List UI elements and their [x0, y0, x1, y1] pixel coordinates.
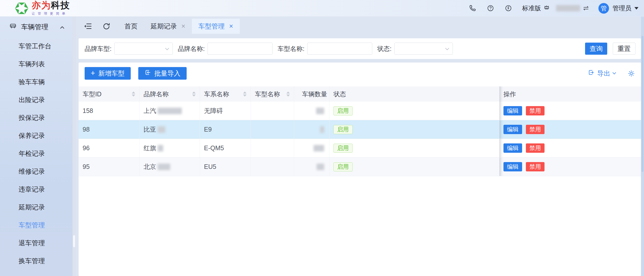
- edit-button[interactable]: 编辑: [503, 162, 522, 171]
- vehicle-count-masked: [317, 164, 324, 170]
- chevron-up-icon: [59, 24, 65, 32]
- page-scrollbar-thumb[interactable]: [641, 36, 643, 172]
- cell-model-name: [251, 102, 294, 120]
- cell-vehicle-count: [294, 139, 329, 157]
- brand-name-masked: [158, 145, 163, 151]
- filter-field-label: 品牌名称:: [178, 45, 205, 53]
- vehicle-count-masked: [316, 108, 324, 114]
- sort-ascending-icon[interactable]: [132, 91, 135, 94]
- tab-close-icon[interactable]: ×: [181, 23, 185, 30]
- tab[interactable]: 首页: [118, 19, 144, 34]
- sort-descending-icon[interactable]: [132, 95, 135, 97]
- sort-carets-icon[interactable]: [284, 91, 290, 97]
- sort-descending-icon[interactable]: [286, 95, 290, 97]
- crown-icon: [543, 4, 550, 12]
- cell-model-name: [251, 158, 294, 176]
- customer-service-icon[interactable]: [505, 5, 512, 12]
- sort-carets-icon[interactable]: [241, 91, 247, 97]
- reset-button[interactable]: 重置: [613, 43, 635, 55]
- sidebar-scrollbar-thumb[interactable]: [73, 235, 75, 247]
- phone-icon[interactable]: [469, 5, 476, 12]
- help-icon[interactable]: [487, 5, 494, 12]
- column-header[interactable]: 车型ID: [79, 86, 140, 102]
- sort-descending-icon[interactable]: [243, 95, 247, 97]
- sidebar-item[interactable]: 车辆列表: [0, 55, 76, 73]
- vehicle-count-masked: [314, 145, 324, 151]
- brand-name-input[interactable]: [208, 43, 273, 55]
- sidebar-item[interactable]: 车管工作台: [0, 37, 76, 55]
- disable-button[interactable]: 禁用: [526, 162, 545, 171]
- model-name-input[interactable]: [307, 43, 372, 55]
- filter-field: 品牌名称:: [178, 43, 273, 55]
- edit-button[interactable]: 编辑: [503, 143, 522, 153]
- tab[interactable]: 车型管理×: [192, 19, 240, 34]
- version-badge[interactable]: 标准版: [522, 4, 550, 12]
- tab[interactable]: 延期记录×: [144, 19, 192, 34]
- switch-company-icon[interactable]: [583, 5, 589, 12]
- sort-ascending-icon[interactable]: [192, 91, 196, 94]
- table-row[interactable]: 96红旗E-QM5启用编辑禁用: [79, 139, 641, 158]
- settings-gear-icon[interactable]: [628, 70, 635, 77]
- sidebar-item[interactable]: 投保记录: [0, 109, 76, 127]
- cell-model-name: [251, 120, 294, 139]
- table-panel: + 新增车型 批量导入: [79, 63, 641, 276]
- sort-ascending-icon[interactable]: [243, 91, 247, 94]
- collapse-sidebar-icon[interactable]: [84, 22, 92, 30]
- chevron-down-icon: [613, 71, 616, 74]
- sidebar-item[interactable]: 违章记录: [0, 180, 76, 198]
- status-select[interactable]: [394, 43, 453, 55]
- data-table: 车型ID品牌名称车系名称车型名称车辆数量状态操作 158上汽无障碍启用编辑禁用9…: [79, 86, 641, 276]
- export-button[interactable]: 导出: [588, 69, 616, 78]
- user-role-label[interactable]: 管理员: [613, 4, 631, 12]
- sidebar-item[interactable]: 维修记录: [0, 163, 76, 180]
- filter-field: 车型名称:: [278, 43, 372, 55]
- column-header[interactable]: 车系名称: [200, 86, 251, 102]
- refresh-icon[interactable]: [103, 22, 110, 30]
- sidebar-item-label: 出险记录: [19, 96, 45, 104]
- user-menu-caret-icon[interactable]: [634, 7, 638, 10]
- sidebar-item[interactable]: 退车管理: [0, 234, 76, 252]
- disable-button[interactable]: 禁用: [526, 125, 545, 134]
- sidebar: 车辆管理 车管工作台车辆列表验车车辆出险记录投保记录保养记录年检记录维修记录违章…: [0, 17, 76, 276]
- disable-button[interactable]: 禁用: [526, 143, 545, 153]
- search-button[interactable]: 查询: [585, 43, 607, 55]
- tab-close-icon[interactable]: ×: [229, 23, 233, 30]
- cell-status: 启用: [329, 158, 499, 176]
- export-label: 导出: [597, 69, 610, 78]
- plus-icon: +: [91, 69, 95, 77]
- company-name-masked[interactable]: [556, 5, 580, 11]
- status-badge: 启用: [333, 125, 353, 134]
- column-header[interactable]: 品牌名称: [140, 86, 200, 102]
- sort-carets-icon[interactable]: [129, 91, 135, 97]
- brand-model-select[interactable]: [114, 43, 173, 55]
- avatar[interactable]: 管: [598, 3, 609, 14]
- sidebar-item[interactable]: 出险记录: [0, 91, 76, 109]
- cell-model-id: 98: [79, 120, 140, 139]
- sidebar-item[interactable]: 换车管理: [0, 252, 76, 270]
- sidebar-item-label: 车辆列表: [19, 60, 45, 69]
- cell-model-id: 96: [79, 139, 140, 157]
- edit-button[interactable]: 编辑: [503, 125, 522, 134]
- sidebar-item[interactable]: 车型管理: [0, 216, 76, 234]
- sidebar-item-label: 违章记录: [19, 185, 45, 194]
- edit-button[interactable]: 编辑: [503, 106, 522, 115]
- table-row[interactable]: 95北京EU5启用编辑禁用: [79, 158, 641, 176]
- sort-ascending-icon[interactable]: [286, 91, 290, 94]
- sidebar-group-vehicle-mgmt[interactable]: 车辆管理: [0, 17, 76, 37]
- cell-brand-name: 比亚: [140, 120, 200, 139]
- sidebar-item[interactable]: 年检记录: [0, 145, 76, 163]
- sidebar-item-label: 车管工作台: [19, 42, 51, 51]
- sidebar-item[interactable]: 验车车辆: [0, 73, 76, 91]
- brand-name-masked: [158, 108, 182, 114]
- sidebar-item[interactable]: 保养记录: [0, 127, 76, 145]
- add-model-button[interactable]: + 新增车型: [85, 67, 131, 80]
- sort-descending-icon[interactable]: [192, 95, 196, 97]
- table-row[interactable]: 158上汽无障碍启用编辑禁用: [79, 102, 641, 120]
- column-header[interactable]: 车型名称: [251, 86, 294, 102]
- table-row[interactable]: 98比亚E9启用编辑禁用: [79, 120, 641, 139]
- batch-import-button[interactable]: 批量导入: [138, 67, 187, 80]
- brand-name-visible: 北京: [144, 163, 156, 171]
- disable-button[interactable]: 禁用: [526, 106, 545, 115]
- sidebar-item[interactable]: 延期记录: [0, 198, 76, 216]
- sort-carets-icon[interactable]: [190, 91, 196, 97]
